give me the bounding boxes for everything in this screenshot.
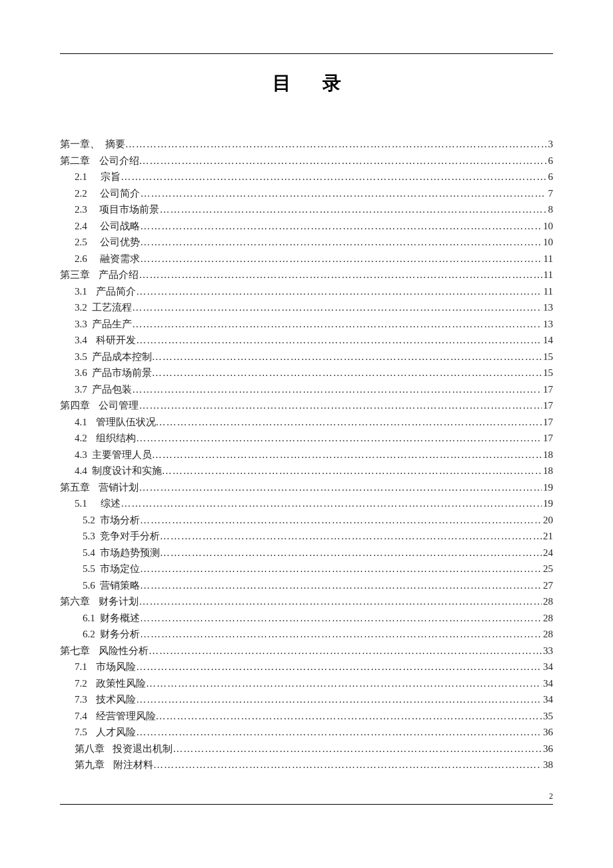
toc-entry-page: 18: [542, 450, 553, 460]
toc-entry-page: 34: [542, 662, 553, 672]
toc-entry-text: 公司介绍: [99, 156, 139, 166]
toc-leader-dots: [140, 237, 542, 247]
toc-entry-page: 10: [542, 221, 553, 231]
toc-entry: 第一章、摘要3: [60, 139, 553, 149]
toc-leader-dots: [160, 548, 542, 558]
toc-leader-dots: [136, 695, 542, 705]
toc-entry-label: 第七章: [60, 646, 90, 656]
toc-entry-label: 5.6: [83, 581, 95, 591]
toc-entry: 4.1管理队伍状况17: [60, 417, 553, 427]
toc-entry-text: 公司简介: [100, 189, 140, 199]
toc-leader-dots: [139, 401, 542, 411]
toc-entry: 第九章附注材料38: [60, 760, 553, 770]
toc-leader-dots: [121, 172, 546, 182]
toc-entry-text: 工艺流程: [92, 303, 132, 313]
toc-entry: 6.2财务分析28: [60, 629, 553, 639]
toc-entry-page: 13: [542, 303, 553, 313]
toc-entry-page: 28: [542, 629, 553, 639]
toc-entry: 7.1市场风险34: [60, 662, 553, 672]
toc-entry: 3.3产品生产13: [60, 319, 553, 329]
toc-entry: 5.5市场定位25: [60, 564, 553, 574]
toc-entry-page: 21: [542, 531, 553, 541]
toc-entry-page: 17: [542, 385, 553, 395]
toc-leader-dots: [160, 531, 542, 541]
toc-leader-dots: [136, 287, 542, 297]
toc-entry-page: 17: [542, 433, 553, 443]
toc-entry-page: 11: [542, 270, 553, 280]
toc-entry-label: 第二章: [60, 156, 90, 166]
toc-leader-dots: [140, 613, 542, 623]
toc-entry: 第五章营销计划19: [60, 483, 553, 493]
toc-entry-label: 3.2: [75, 303, 87, 313]
toc-leader-dots: [136, 662, 542, 672]
toc-leader-dots: [140, 515, 542, 525]
toc-entry: 4.4制度设计和实施18: [60, 466, 553, 476]
toc-entry-page: 34: [542, 695, 553, 705]
toc-entry: 7.3技术风险34: [60, 695, 553, 705]
toc-entry: 5.4市场趋势预测24: [60, 548, 553, 558]
toc-entry-label: 5.3: [83, 531, 95, 541]
toc-entry: 2.5公司优势10: [60, 237, 553, 247]
toc-entry-text: 营销计划: [99, 483, 139, 493]
toc-leader-dots: [132, 385, 542, 395]
toc-leader-dots: [149, 646, 542, 656]
toc-entry-text: 财务分析: [100, 629, 140, 639]
toc-entry-page: 15: [542, 352, 553, 362]
toc-entry-label: 4.4: [75, 466, 87, 476]
toc-leader-dots: [139, 156, 547, 166]
toc-entry-text: 产品包装: [92, 385, 132, 395]
toc-entry: 4.3主要管理人员18: [60, 450, 553, 460]
toc-entry-text: 综述: [101, 499, 121, 509]
document-page: 目 录 第一章、摘要3第二章公司介绍62.1宗旨62.2公司简介72.3项目市场…: [0, 0, 613, 868]
toc-entry-label: 5.5: [83, 564, 95, 574]
toc-entry-page: 13: [542, 319, 553, 329]
toc-entry-label: 2.1: [75, 172, 87, 182]
toc-entry: 6.1财务概述28: [60, 613, 553, 623]
toc-entry: 3.2工艺流程13: [60, 303, 553, 313]
table-of-contents: 第一章、摘要3第二章公司介绍62.1宗旨62.2公司简介72.3项目市场前景82…: [60, 139, 553, 770]
toc-entry-text: 管理队伍状况: [96, 417, 156, 427]
toc-entry-text: 产品生产: [92, 319, 132, 329]
toc-entry: 5.3竞争对手分析21: [60, 531, 553, 541]
toc-entry: 7.5人才风险36: [60, 727, 553, 737]
toc-entry-label: 3.4: [75, 335, 87, 345]
toc-entry-text: 市场定位: [100, 564, 140, 574]
page-number: 2: [549, 791, 553, 801]
toc-entry-label: 第一章、: [60, 139, 100, 149]
toc-leader-dots: [132, 319, 542, 329]
toc-entry-label: 4.2: [75, 433, 87, 443]
toc-entry: 第二章公司介绍6: [60, 156, 553, 166]
toc-entry-label: 第六章: [60, 597, 90, 607]
toc-entry: 2.3项目市场前景8: [60, 205, 553, 215]
toc-leader-dots: [139, 597, 542, 607]
toc-entry-page: 17: [542, 417, 553, 427]
toc-entry-label: 7.4: [75, 711, 87, 721]
toc-entry-page: 3: [547, 139, 554, 149]
toc-entry-text: 财务计划: [99, 597, 139, 607]
toc-entry-text: 宗旨: [101, 172, 121, 182]
toc-entry-label: 2.2: [75, 189, 87, 199]
toc-entry-text: 主要管理人员: [92, 450, 152, 460]
toc-entry: 5.6营销策略27: [60, 581, 553, 591]
toc-entry: 7.2政策性风险34: [60, 679, 553, 689]
toc-leader-dots: [140, 254, 542, 264]
toc-entry-page: 19: [542, 499, 553, 509]
toc-entry: 3.5产品成本控制15: [60, 352, 553, 362]
toc-leader-dots: [136, 335, 542, 345]
toc-entry-label: 7.5: [75, 727, 87, 737]
toc-entry-label: 2.5: [75, 237, 87, 247]
toc-entry-page: 8: [546, 205, 553, 215]
toc-leader-dots: [139, 483, 542, 493]
toc-entry-text: 人才风险: [96, 727, 136, 737]
toc-leader-dots: [136, 727, 542, 737]
toc-entry: 第七章风险性分析33: [60, 646, 553, 656]
toc-entry-label: 第三章: [60, 270, 90, 280]
toc-leader-dots: [146, 679, 542, 689]
toc-entry: 3.6产品市场前景15: [60, 368, 553, 378]
toc-entry-page: 14: [542, 335, 553, 345]
toc-entry-label: 6.2: [83, 629, 95, 639]
toc-title: 目 录: [60, 71, 553, 96]
toc-entry-page: 7: [546, 189, 553, 199]
toc-entry-text: 竞争对手分析: [100, 531, 160, 541]
toc-entry: 5.2市场分析20: [60, 515, 553, 525]
